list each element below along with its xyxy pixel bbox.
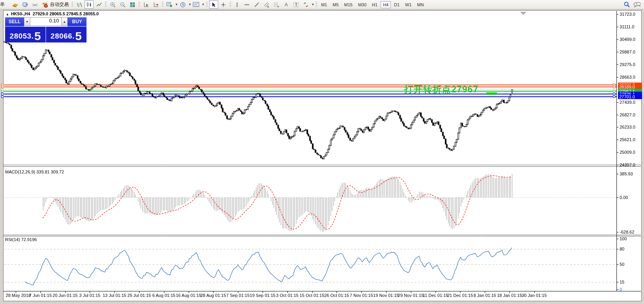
price-tick-label: 29275.0 — [620, 62, 635, 67]
price-tick-label: 30499.0 — [620, 37, 635, 42]
rsi-scale-label: 0 — [620, 287, 622, 292]
volume-stepper: ▼ 0.10 ▲ — [24, 17, 68, 27]
sell-price[interactable]: 28053.5 — [5, 27, 46, 42]
time-tick-label: 19 Nov 01:15 — [373, 293, 399, 298]
price-tick-label: 24397.0 — [620, 162, 635, 167]
time-tick-label: 8 Jan 01:15 — [473, 293, 496, 298]
rsi-scale-label: 15 — [620, 280, 624, 284]
buy-price-dot: . — [72, 32, 74, 41]
price-tick-label: 31111.0 — [620, 24, 634, 29]
time-tick-label: 25 Jul 01:15 — [127, 293, 151, 298]
price-tick-label: 31723.0 — [620, 12, 635, 17]
chart-title: ▲HK50-,H4 27929.0 28065.5 27845.5 28055.… — [6, 11, 99, 16]
price-tick-label: 25009.0 — [620, 150, 635, 155]
time-tick-label: 21 Dec 01:15 — [447, 293, 473, 298]
time-tick-label: 13 Jul 01:15 — [103, 293, 126, 298]
macd-scale-label: -628.62 — [620, 230, 634, 234]
symbol-period: HK50-,H4 — [11, 11, 30, 16]
time-tick-label: 15 Oct 01:15 — [300, 293, 324, 298]
time-tick-label: 7 Jun 01:15 — [29, 293, 52, 298]
price-tick-label: 26827.0 — [620, 112, 635, 117]
price-tick-label: 26233.0 — [620, 125, 635, 129]
time-tick-label: 7 Nov 01:15 — [350, 293, 373, 298]
hline-price-tag: 27701.0 — [618, 94, 642, 99]
price-tick-label: 29887.0 — [620, 50, 635, 54]
rsi-scale-label: 100 — [620, 236, 627, 241]
buy-button[interactable]: BUY — [68, 17, 86, 27]
time-tick-label: 16 Aug 01:15 — [176, 293, 201, 298]
buy-price-decimal: 5 — [75, 32, 82, 41]
ohlc-values: 27929.0 28065.5 27845.5 28055.0 — [33, 11, 99, 16]
volume-value[interactable]: 0.10 — [30, 17, 61, 26]
time-tick-label: 18 Jan 01:15 — [497, 293, 522, 298]
volume-increase-button[interactable]: ▲ — [61, 17, 68, 26]
mt4-terminal: 打单 自动交易 — [0, 0, 644, 304]
sell-button[interactable]: SELL — [5, 17, 24, 27]
time-tick-label: 6 Aug 01:15 — [152, 293, 175, 298]
rsi-label: RSI(14) 72.9196 — [5, 237, 37, 242]
collapse-panel-arrow[interactable]: ▲ — [6, 13, 9, 16]
rsi-scale-label: 50 — [620, 262, 624, 267]
time-tick-label: 26 Oct 01:15 — [324, 293, 349, 298]
hline-price-tag: 28189.0 — [618, 85, 642, 89]
one-click-trading-panel: SELL ▼ 0.10 ▲ BUY 28053.5 28066.5 — [5, 17, 86, 42]
turning-point-annotation[interactable]: 打开转折点27967 — [404, 83, 478, 96]
macd-scale-label: 0.00 — [620, 195, 628, 200]
time-tick-label: 30 Jan 01:15 — [522, 293, 547, 298]
price-tick-label: 27439.0 — [620, 100, 635, 105]
buy-price[interactable]: 28066.5 — [46, 27, 87, 42]
candlestick-chart-canvas[interactable] — [0, 0, 644, 304]
time-tick-label: 28 May 2018 — [6, 293, 31, 298]
sell-price-decimal: 5 — [34, 32, 41, 41]
time-tick-label: 19 Sep 01:15 — [250, 293, 275, 298]
time-tick-label: 3 Oct 01:15 — [276, 293, 298, 298]
volume-decrease-button[interactable]: ▼ — [24, 17, 30, 26]
time-tick-label: 29 Nov 01:15 — [398, 293, 423, 298]
time-tick-label: 3 Jul 01:15 — [79, 293, 100, 298]
price-tick-label: 25621.0 — [620, 137, 635, 142]
time-tick-label: 7 Sep 01:15 — [226, 293, 250, 298]
sell-price-main: 28053 — [10, 32, 31, 41]
sell-price-dot: . — [31, 32, 33, 41]
rsi-scale-label: 80 — [620, 247, 624, 251]
time-tick-label: 11 Dec 01:15 — [423, 293, 448, 298]
time-tick-label: 20 Jun 01:15 — [53, 293, 78, 298]
macd-scale-label: 385.93 — [620, 171, 633, 176]
buy-price-main: 28066 — [51, 32, 72, 41]
price-tick-label: 28663.0 — [620, 75, 635, 79]
macd-label: MACD(12,26,9) 339.81 309.72 — [5, 170, 64, 174]
time-tick-label: 28 Aug 01:15 — [201, 293, 226, 298]
